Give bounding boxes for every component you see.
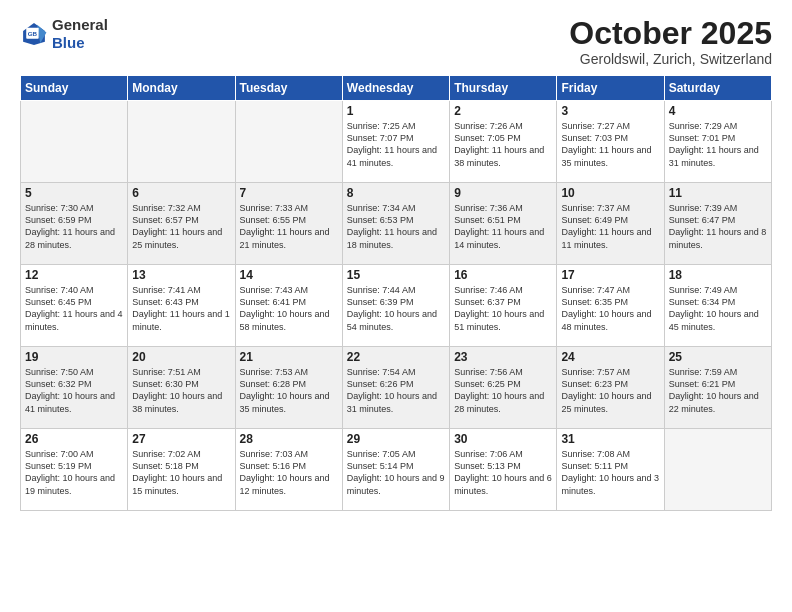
cell-info: Sunrise: 7:27 AMSunset: 7:03 PMDaylight:… <box>561 120 659 169</box>
day-number: 12 <box>25 268 123 282</box>
logo-general: General <box>52 16 108 34</box>
cell-info: Sunrise: 7:34 AMSunset: 6:53 PMDaylight:… <box>347 202 445 251</box>
calendar-cell: 12Sunrise: 7:40 AMSunset: 6:45 PMDayligh… <box>21 265 128 347</box>
day-number: 1 <box>347 104 445 118</box>
week-row-1: 5Sunrise: 7:30 AMSunset: 6:59 PMDaylight… <box>21 183 772 265</box>
cell-info: Sunrise: 7:32 AMSunset: 6:57 PMDaylight:… <box>132 202 230 251</box>
day-number: 31 <box>561 432 659 446</box>
day-number: 28 <box>240 432 338 446</box>
cell-info: Sunrise: 7:43 AMSunset: 6:41 PMDaylight:… <box>240 284 338 333</box>
calendar-cell: 23Sunrise: 7:56 AMSunset: 6:25 PMDayligh… <box>450 347 557 429</box>
cell-info: Sunrise: 7:37 AMSunset: 6:49 PMDaylight:… <box>561 202 659 251</box>
day-number: 10 <box>561 186 659 200</box>
logo: GB General Blue <box>20 16 108 52</box>
cell-info: Sunrise: 7:08 AMSunset: 5:11 PMDaylight:… <box>561 448 659 497</box>
calendar-cell: 22Sunrise: 7:54 AMSunset: 6:26 PMDayligh… <box>342 347 449 429</box>
cell-info: Sunrise: 7:41 AMSunset: 6:43 PMDaylight:… <box>132 284 230 333</box>
cell-info: Sunrise: 7:36 AMSunset: 6:51 PMDaylight:… <box>454 202 552 251</box>
calendar-cell: 13Sunrise: 7:41 AMSunset: 6:43 PMDayligh… <box>128 265 235 347</box>
calendar-cell: 17Sunrise: 7:47 AMSunset: 6:35 PMDayligh… <box>557 265 664 347</box>
calendar-cell: 26Sunrise: 7:00 AMSunset: 5:19 PMDayligh… <box>21 429 128 511</box>
day-number: 16 <box>454 268 552 282</box>
day-number: 2 <box>454 104 552 118</box>
logo-blue: Blue <box>52 34 108 52</box>
cell-info: Sunrise: 7:02 AMSunset: 5:18 PMDaylight:… <box>132 448 230 497</box>
day-number: 17 <box>561 268 659 282</box>
header-thursday: Thursday <box>450 76 557 101</box>
day-number: 6 <box>132 186 230 200</box>
cell-info: Sunrise: 7:33 AMSunset: 6:55 PMDaylight:… <box>240 202 338 251</box>
day-number: 26 <box>25 432 123 446</box>
cell-info: Sunrise: 7:44 AMSunset: 6:39 PMDaylight:… <box>347 284 445 333</box>
calendar-cell: 6Sunrise: 7:32 AMSunset: 6:57 PMDaylight… <box>128 183 235 265</box>
header-wednesday: Wednesday <box>342 76 449 101</box>
calendar-cell: 20Sunrise: 7:51 AMSunset: 6:30 PMDayligh… <box>128 347 235 429</box>
calendar-cell: 1Sunrise: 7:25 AMSunset: 7:07 PMDaylight… <box>342 101 449 183</box>
cell-info: Sunrise: 7:54 AMSunset: 6:26 PMDaylight:… <box>347 366 445 415</box>
day-number: 8 <box>347 186 445 200</box>
cell-info: Sunrise: 7:00 AMSunset: 5:19 PMDaylight:… <box>25 448 123 497</box>
cell-info: Sunrise: 7:46 AMSunset: 6:37 PMDaylight:… <box>454 284 552 333</box>
week-row-2: 12Sunrise: 7:40 AMSunset: 6:45 PMDayligh… <box>21 265 772 347</box>
day-number: 20 <box>132 350 230 364</box>
day-number: 18 <box>669 268 767 282</box>
header: GB General Blue October 2025 Geroldswil,… <box>20 16 772 67</box>
calendar-cell: 11Sunrise: 7:39 AMSunset: 6:47 PMDayligh… <box>664 183 771 265</box>
month-title: October 2025 <box>569 16 772 51</box>
calendar-cell: 15Sunrise: 7:44 AMSunset: 6:39 PMDayligh… <box>342 265 449 347</box>
calendar-cell <box>128 101 235 183</box>
calendar-cell: 31Sunrise: 7:08 AMSunset: 5:11 PMDayligh… <box>557 429 664 511</box>
calendar-cell: 30Sunrise: 7:06 AMSunset: 5:13 PMDayligh… <box>450 429 557 511</box>
logo-icon: GB <box>20 20 48 48</box>
calendar-cell: 4Sunrise: 7:29 AMSunset: 7:01 PMDaylight… <box>664 101 771 183</box>
cell-info: Sunrise: 7:49 AMSunset: 6:34 PMDaylight:… <box>669 284 767 333</box>
day-number: 14 <box>240 268 338 282</box>
calendar-cell: 9Sunrise: 7:36 AMSunset: 6:51 PMDaylight… <box>450 183 557 265</box>
cell-info: Sunrise: 7:39 AMSunset: 6:47 PMDaylight:… <box>669 202 767 251</box>
cell-info: Sunrise: 7:59 AMSunset: 6:21 PMDaylight:… <box>669 366 767 415</box>
cell-info: Sunrise: 7:05 AMSunset: 5:14 PMDaylight:… <box>347 448 445 497</box>
header-sunday: Sunday <box>21 76 128 101</box>
cell-info: Sunrise: 7:57 AMSunset: 6:23 PMDaylight:… <box>561 366 659 415</box>
cell-info: Sunrise: 7:25 AMSunset: 7:07 PMDaylight:… <box>347 120 445 169</box>
cell-info: Sunrise: 7:29 AMSunset: 7:01 PMDaylight:… <box>669 120 767 169</box>
header-friday: Friday <box>557 76 664 101</box>
day-number: 23 <box>454 350 552 364</box>
subtitle: Geroldswil, Zurich, Switzerland <box>569 51 772 67</box>
calendar-cell: 18Sunrise: 7:49 AMSunset: 6:34 PMDayligh… <box>664 265 771 347</box>
calendar-cell: 2Sunrise: 7:26 AMSunset: 7:05 PMDaylight… <box>450 101 557 183</box>
header-monday: Monday <box>128 76 235 101</box>
calendar-cell: 3Sunrise: 7:27 AMSunset: 7:03 PMDaylight… <box>557 101 664 183</box>
day-number: 22 <box>347 350 445 364</box>
cell-info: Sunrise: 7:47 AMSunset: 6:35 PMDaylight:… <box>561 284 659 333</box>
calendar-cell: 28Sunrise: 7:03 AMSunset: 5:16 PMDayligh… <box>235 429 342 511</box>
calendar-cell <box>21 101 128 183</box>
cell-info: Sunrise: 7:26 AMSunset: 7:05 PMDaylight:… <box>454 120 552 169</box>
day-number: 11 <box>669 186 767 200</box>
day-number: 21 <box>240 350 338 364</box>
week-row-4: 26Sunrise: 7:00 AMSunset: 5:19 PMDayligh… <box>21 429 772 511</box>
calendar-cell: 14Sunrise: 7:43 AMSunset: 6:41 PMDayligh… <box>235 265 342 347</box>
calendar-cell: 27Sunrise: 7:02 AMSunset: 5:18 PMDayligh… <box>128 429 235 511</box>
svg-text:GB: GB <box>28 30 38 37</box>
week-row-0: 1Sunrise: 7:25 AMSunset: 7:07 PMDaylight… <box>21 101 772 183</box>
calendar-cell: 10Sunrise: 7:37 AMSunset: 6:49 PMDayligh… <box>557 183 664 265</box>
cell-info: Sunrise: 7:56 AMSunset: 6:25 PMDaylight:… <box>454 366 552 415</box>
header-row: SundayMondayTuesdayWednesdayThursdayFrid… <box>21 76 772 101</box>
calendar-cell: 5Sunrise: 7:30 AMSunset: 6:59 PMDaylight… <box>21 183 128 265</box>
cell-info: Sunrise: 7:40 AMSunset: 6:45 PMDaylight:… <box>25 284 123 333</box>
logo-text: General Blue <box>52 16 108 52</box>
page: GB General Blue October 2025 Geroldswil,… <box>0 0 792 612</box>
calendar-cell: 16Sunrise: 7:46 AMSunset: 6:37 PMDayligh… <box>450 265 557 347</box>
calendar-cell <box>664 429 771 511</box>
day-number: 29 <box>347 432 445 446</box>
calendar-cell: 8Sunrise: 7:34 AMSunset: 6:53 PMDaylight… <box>342 183 449 265</box>
day-number: 24 <box>561 350 659 364</box>
week-row-3: 19Sunrise: 7:50 AMSunset: 6:32 PMDayligh… <box>21 347 772 429</box>
day-number: 30 <box>454 432 552 446</box>
cell-info: Sunrise: 7:53 AMSunset: 6:28 PMDaylight:… <box>240 366 338 415</box>
calendar-cell <box>235 101 342 183</box>
cell-info: Sunrise: 7:51 AMSunset: 6:30 PMDaylight:… <box>132 366 230 415</box>
calendar-cell: 7Sunrise: 7:33 AMSunset: 6:55 PMDaylight… <box>235 183 342 265</box>
calendar-cell: 29Sunrise: 7:05 AMSunset: 5:14 PMDayligh… <box>342 429 449 511</box>
